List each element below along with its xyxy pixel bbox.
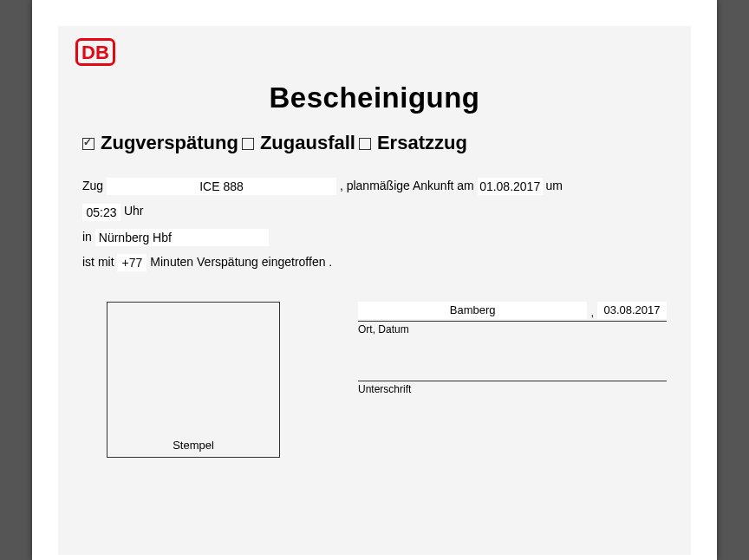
- value-station: Nürnberg Hbf: [95, 229, 269, 246]
- value-arrival-date: 01.08.2017: [478, 178, 543, 195]
- label-in: in: [82, 230, 92, 244]
- checkbox-replacement-label: Ersatzzug: [377, 132, 467, 154]
- value-delay-minutes: +77: [117, 254, 147, 271]
- checkbox-cancelled-label: Zugausfall: [260, 132, 355, 154]
- pdf-page: DB Bescheinigung Zugverspätung Zugausfal…: [32, 0, 717, 560]
- signature-field: [358, 335, 667, 379]
- place-date-line: Bamberg , 03.08.2017: [358, 302, 667, 319]
- checkbox-replacement[interactable]: [359, 138, 371, 150]
- label-plan-ankunft: , planmäßige Ankunft am: [340, 179, 474, 192]
- checkbox-delay-label: Zugverspätung: [101, 132, 238, 154]
- caption-unterschrift: Unterschrift: [358, 383, 667, 395]
- label-comma: ,: [590, 306, 594, 319]
- label-um: um: [546, 179, 563, 192]
- caption-ort-datum: Ort, Datum: [358, 323, 667, 335]
- stamp-box: Stempel: [107, 302, 280, 458]
- label-ist-mit: ist mit: [82, 255, 114, 269]
- label-zug: Zug: [82, 179, 103, 192]
- value-sign-date: 03.08.2017: [597, 302, 667, 319]
- signature-area: Stempel Bamberg , 03.08.2017 Ort, Datum …: [82, 302, 667, 458]
- signature-block: Bamberg , 03.08.2017 Ort, Datum Untersch…: [358, 302, 667, 458]
- value-sign-place: Bamberg: [358, 302, 587, 319]
- svg-text:DB: DB: [81, 42, 109, 63]
- checkbox-delay[interactable]: [82, 138, 94, 150]
- checkbox-row: Zugverspätung Zugausfall Ersatzzug: [82, 132, 667, 154]
- form-canvas: DB Bescheinigung Zugverspätung Zugausfal…: [58, 26, 691, 555]
- page-title: Bescheinigung: [82, 81, 667, 114]
- form-body: Zug ICE 888 , planmäßige Ankunft am 01.0…: [82, 173, 667, 276]
- db-logo: DB: [75, 38, 115, 69]
- value-arrival-time: 05:23: [82, 204, 120, 221]
- label-uhr: Uhr: [124, 204, 144, 218]
- checkbox-cancelled[interactable]: [242, 138, 254, 150]
- value-train: ICE 888: [107, 178, 336, 195]
- label-min-versp: Minuten Verspätung eingetroffen .: [150, 255, 332, 269]
- stamp-label: Stempel: [107, 439, 279, 452]
- signature-rule: [358, 381, 667, 381]
- place-date-rule: [358, 321, 667, 322]
